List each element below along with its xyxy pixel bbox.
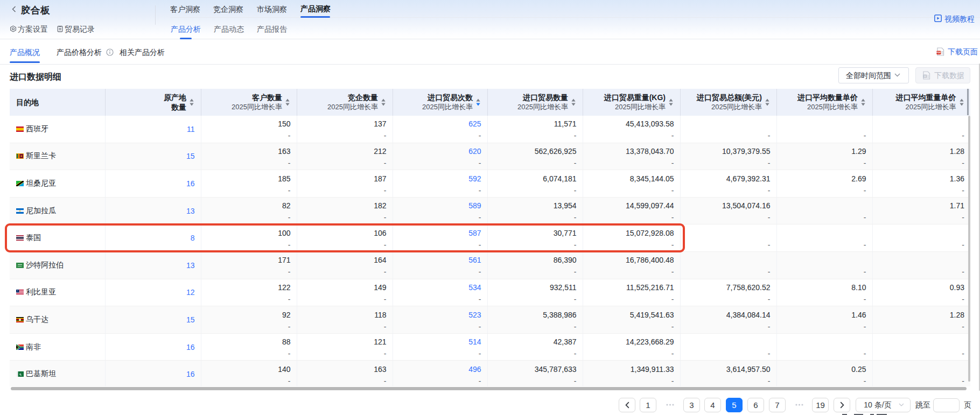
svg-text:X: X [924, 75, 926, 78]
svg-text:PDF: PDF [936, 51, 941, 54]
